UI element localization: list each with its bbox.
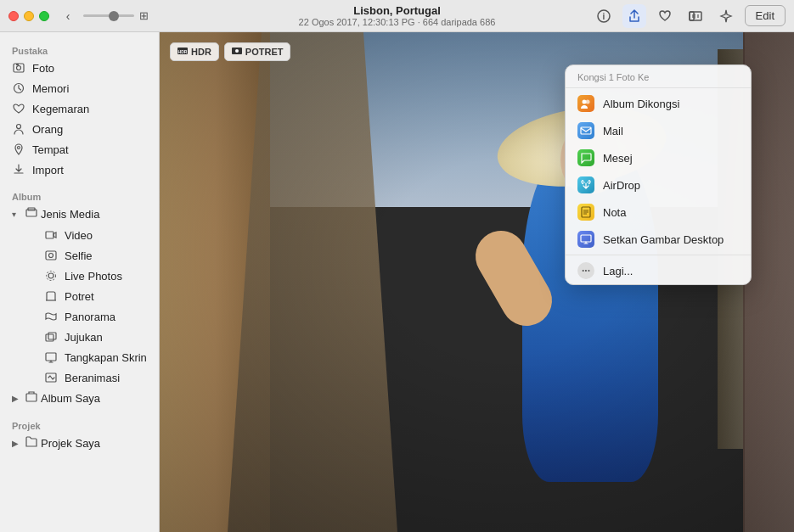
memori-icon xyxy=(12,81,25,95)
sidebar-item-panorama[interactable]: Panorama xyxy=(0,306,159,327)
hdr-icon: HDR xyxy=(177,46,188,58)
sidebar-item-beranimasi-label: Beranimasi xyxy=(65,372,120,384)
sidebar-item-foto[interactable]: Foto xyxy=(0,58,159,78)
back-button[interactable]: ‹ xyxy=(59,8,76,25)
svg-rect-30 xyxy=(581,235,591,242)
jenis-media-icon xyxy=(25,207,37,221)
sidebar-item-beranimasi[interactable]: Beranimasi xyxy=(0,367,159,388)
live-photos-icon xyxy=(44,269,58,283)
share-dropdown-title: Kongsi 1 Foto Ke xyxy=(566,65,751,86)
sidebar-item-memori[interactable]: Memori xyxy=(0,78,159,98)
grid-view-icon[interactable]: ⊞ xyxy=(139,9,149,22)
svg-point-5 xyxy=(17,66,21,70)
video-icon xyxy=(44,228,58,242)
mail-label: Mail xyxy=(603,125,623,137)
sidebar-item-foto-label: Foto xyxy=(32,62,54,75)
sidebar-item-projek-saya[interactable]: ▶ Projek Saya xyxy=(0,433,159,454)
projek-saya-icon xyxy=(25,436,37,451)
desktop-icon xyxy=(577,231,594,248)
sidebar-item-jujukan-label: Jujukan xyxy=(65,331,103,344)
zoom-slider-track[interactable] xyxy=(83,14,134,17)
sidebar-item-potret[interactable]: Potret xyxy=(0,286,159,306)
sidebar-item-live-photos[interactable]: Live Photos xyxy=(0,266,159,286)
favorite-button[interactable] xyxy=(653,4,677,28)
info-button[interactable]: i xyxy=(592,4,616,28)
svg-rect-3 xyxy=(690,12,694,20)
close-button[interactable] xyxy=(8,11,19,21)
airdrop-label: AirDrop xyxy=(603,179,640,192)
sidebar-item-kegemaran-label: Kegemaran xyxy=(32,103,89,115)
slideshow-icon xyxy=(689,9,702,23)
zoom-slider-thumb[interactable] xyxy=(109,11,119,21)
info-icon: i xyxy=(597,9,611,23)
edit-button[interactable]: Edit xyxy=(745,5,786,26)
svg-rect-21 xyxy=(26,394,37,401)
photo-subtitle: 22 Ogos 2017, 12:30:13 PG · 664 daripada… xyxy=(299,17,496,27)
sidebar-item-panorama-label: Panorama xyxy=(65,311,115,323)
foto-icon xyxy=(12,61,25,75)
sidebar-item-selfie-label: Selfie xyxy=(65,249,93,262)
svg-rect-13 xyxy=(46,251,56,260)
titlebar: ‹ ⊞ Lisbon, Portugal 22 Ogos 2017, 12:30… xyxy=(0,0,794,32)
svg-text:i: i xyxy=(602,12,605,21)
lagi-label: Lagi... xyxy=(603,265,633,277)
zoom-slider-area: ⊞ xyxy=(83,9,149,22)
svg-point-15 xyxy=(48,273,53,278)
sidebar-item-jujukan[interactable]: Jujukan xyxy=(0,327,159,347)
enhance-button[interactable] xyxy=(714,4,738,28)
sidebar-item-orang-label: Orang xyxy=(32,123,63,136)
panorama-icon xyxy=(44,310,58,323)
share-menu-item-album-dikongsi[interactable]: Album Dikongsi xyxy=(566,90,751,117)
album-saya-icon xyxy=(25,391,37,406)
potret-icon xyxy=(44,289,58,303)
main-content: Pustaka Foto Memori Kegemaran Orang xyxy=(0,32,794,532)
desktop-label: Setkan Gambar Desktop xyxy=(603,233,724,246)
maximize-button[interactable] xyxy=(39,11,49,21)
orang-icon xyxy=(12,122,25,136)
sidebar-item-selfie[interactable]: Selfie xyxy=(0,245,159,266)
navigation-buttons: ‹ xyxy=(59,8,76,25)
mesej-icon xyxy=(577,149,594,166)
toolbar-actions: i Edit xyxy=(592,4,786,28)
svg-rect-17 xyxy=(46,334,53,341)
share-menu-item-lagi[interactable]: ··· Lagi... xyxy=(566,257,751,284)
tempat-icon xyxy=(12,143,25,156)
slideshow-button[interactable] xyxy=(684,4,707,28)
share-menu-item-nota[interactable]: Nota xyxy=(566,199,751,226)
svg-rect-2 xyxy=(690,12,701,20)
potret-badge-icon xyxy=(232,46,242,58)
sidebar-item-live-photos-label: Live Photos xyxy=(65,270,122,283)
mail-icon xyxy=(577,122,594,139)
hdr-badge[interactable]: HDR HDR xyxy=(170,42,219,61)
sidebar-item-video-label: Video xyxy=(65,229,93,242)
sidebar-item-album-saya-label: Album Saya xyxy=(41,392,100,405)
photo-area: HDR HDR POTRET Kongsi 1 Foto Ke xyxy=(160,32,794,532)
share-button[interactable] xyxy=(622,4,646,28)
share-menu-item-mail[interactable]: Mail xyxy=(566,117,751,144)
sidebar-item-kegemaran[interactable]: Kegemaran xyxy=(0,98,159,119)
lagi-icon: ··· xyxy=(577,262,594,279)
sidebar-item-tangkapan-skrin[interactable]: Tangkapan Skrin xyxy=(0,347,159,367)
share-icon xyxy=(628,9,641,23)
disclosure-arrow-icon: ▾ xyxy=(12,210,22,219)
sidebar-item-jenis-media-label: Jenis Media xyxy=(41,208,99,221)
share-divider-bottom xyxy=(566,255,751,255)
tangkapan-skrin-icon xyxy=(44,350,58,364)
import-icon xyxy=(12,163,25,176)
svg-rect-18 xyxy=(48,333,56,339)
minimize-button[interactable] xyxy=(24,11,34,21)
share-menu-item-airdrop[interactable]: AirDrop xyxy=(566,171,751,199)
sidebar-item-import-label: Import xyxy=(32,164,64,176)
sidebar-item-orang[interactable]: Orang xyxy=(0,119,159,139)
sidebar-item-tempat[interactable]: Tempat xyxy=(0,139,159,160)
nota-label: Nota xyxy=(603,206,626,219)
share-menu-item-desktop[interactable]: Setkan Gambar Desktop xyxy=(566,226,751,253)
share-menu-item-mesej[interactable]: Mesej xyxy=(566,144,751,171)
sidebar-item-album-saya[interactable]: ▶ Album Saya xyxy=(0,388,159,409)
disclosure-projek-arrow: ▶ xyxy=(12,439,22,448)
sidebar-item-video[interactable]: Video xyxy=(0,225,159,245)
sidebar-item-projek-saya-label: Projek Saya xyxy=(41,437,100,450)
potret-badge[interactable]: POTRET xyxy=(224,42,291,61)
sidebar-item-jenis-media[interactable]: ▾ Jenis Media xyxy=(0,204,159,225)
sidebar-item-import[interactable]: Import xyxy=(0,160,159,180)
